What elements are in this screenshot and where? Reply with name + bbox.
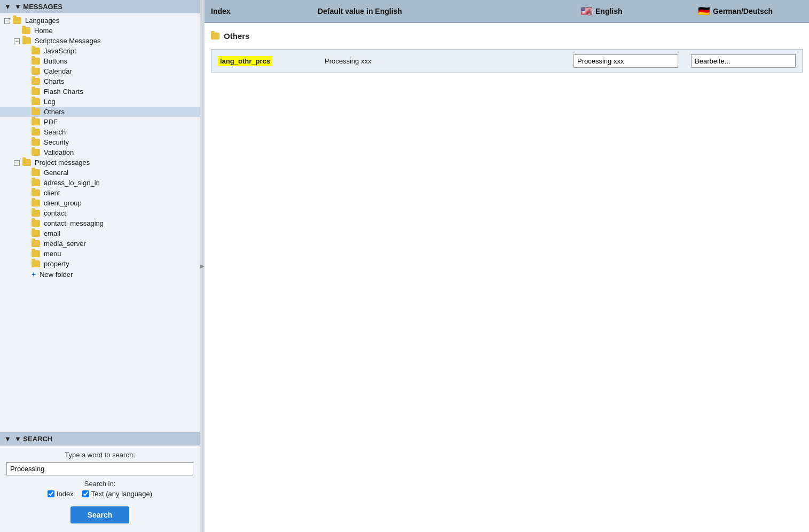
tree-item-others[interactable]: Others — [0, 107, 200, 117]
folder-icon-scriptcase-messages — [22, 37, 31, 44]
checkbox-text-label[interactable]: Text (any language) — [82, 490, 152, 498]
tree-item-charts[interactable]: Charts — [0, 76, 200, 86]
table-header: Index Default value in English 🇺🇸 Englis… — [205, 0, 809, 23]
folder-icon-project-messages — [22, 159, 31, 166]
tree-label-calendar: Calendar — [44, 67, 72, 75]
folder-icon-contact_messaging — [32, 220, 40, 227]
tree-label-general: General — [44, 169, 68, 177]
left-panel: ▼ ▼ MESSAGES −LanguagesHome−Scriptcase M… — [0, 0, 200, 532]
tree-item-search[interactable]: Search — [0, 127, 200, 137]
folder-icon-client_group — [32, 200, 40, 207]
tree-label-email: email — [44, 229, 60, 237]
search-input[interactable] — [6, 462, 193, 475]
messages-triangle: ▼ — [4, 3, 11, 11]
tree-label-pdf: PDF — [44, 118, 58, 126]
folder-icon-calendar — [32, 68, 40, 75]
checkbox-text[interactable] — [82, 490, 89, 497]
tree-item-client_group[interactable]: client_group — [0, 198, 200, 208]
folder-icon-contact — [32, 210, 40, 217]
tree-item-security[interactable]: Security — [0, 137, 200, 147]
tree-item-project-messages[interactable]: −Project messages — [0, 157, 200, 168]
tree-label-buttons: Buttons — [44, 57, 67, 65]
tree-item-buttons[interactable]: Buttons — [0, 56, 200, 66]
english-input[interactable] — [574, 54, 678, 68]
others-title: Others — [224, 31, 249, 41]
folder-icon-validation — [32, 149, 40, 156]
tree-item-validation[interactable]: Validation — [0, 147, 200, 157]
search-in-label: Search in: — [6, 480, 193, 488]
folder-icon-media_server — [32, 240, 40, 247]
folder-icon-buttons — [32, 58, 40, 65]
search-form: Type a word to search: Search in: Index … — [0, 446, 200, 532]
tree-item-contact[interactable]: contact — [0, 208, 200, 218]
tree-item-scriptcase-messages[interactable]: −Scriptcase Messages — [0, 36, 200, 46]
tree-item-languages[interactable]: −Languages — [0, 15, 200, 26]
tree-item-menu[interactable]: menu — [0, 249, 200, 259]
folder-icon-menu — [32, 250, 40, 257]
tree-item-client[interactable]: client — [0, 188, 200, 198]
panel-splitter[interactable] — [200, 0, 205, 532]
tree-item-contact_messaging[interactable]: contact_messaging — [0, 218, 200, 228]
folder-icon-search — [32, 129, 40, 136]
tree-item-calendar[interactable]: Calendar — [0, 66, 200, 76]
tree-label-validation: Validation — [44, 148, 74, 156]
tree-item-general[interactable]: General — [0, 168, 200, 178]
flag-de: 🇩🇪 — [698, 5, 710, 17]
tree-label-security: Security — [44, 138, 69, 146]
folder-icon-languages — [13, 17, 21, 24]
tree-item-property[interactable]: property — [0, 259, 200, 269]
table-row: lang_othr_prcs Processing xxx — [211, 49, 803, 73]
tree-item-log[interactable]: Log — [0, 97, 200, 107]
tree-label-scriptcase-messages: Scriptcase Messages — [35, 37, 101, 45]
cell-index: lang_othr_prcs — [211, 53, 318, 69]
german-input[interactable] — [691, 54, 796, 68]
tree-item-pdf[interactable]: PDF — [0, 117, 200, 127]
messages-section-header[interactable]: ▼ ▼ MESSAGES — [0, 0, 200, 13]
messages-label: ▼ MESSAGES — [14, 3, 62, 11]
folder-icon-charts — [32, 78, 40, 85]
folder-icon-security — [32, 139, 40, 146]
toggle-project-messages[interactable]: − — [14, 160, 21, 166]
tree-item-new-folder[interactable]: +New folder — [0, 269, 200, 280]
col-german: 🇩🇪 German/Deutsch — [692, 0, 809, 22]
folder-icon-email — [32, 230, 40, 237]
folder-icon-javascript — [32, 47, 40, 54]
folder-icon-others — [32, 108, 40, 115]
search-section-header[interactable]: ▼ ▼ SEARCH — [0, 432, 200, 446]
tree-label-project-messages: Project messages — [35, 158, 90, 166]
tree-item-adress_io_sign_in[interactable]: adress_io_sign_in — [0, 178, 200, 188]
content-area: Others lang_othr_prcs Processing xxx — [205, 23, 809, 532]
tree-item-media_server[interactable]: media_server — [0, 239, 200, 249]
tree-label-menu: menu — [44, 250, 61, 258]
tree-label-javascript: JavaScript — [44, 47, 76, 55]
search-button[interactable]: Search — [70, 506, 130, 523]
cell-english[interactable] — [567, 50, 685, 72]
tree-item-email[interactable]: email — [0, 228, 200, 239]
others-heading: Others — [211, 31, 803, 41]
index-key: lang_othr_prcs — [218, 56, 272, 66]
plus-icon: + — [32, 270, 36, 279]
tree-label-new-folder: New folder — [40, 271, 73, 279]
tree-label-client_group: client_group — [44, 199, 82, 207]
toggle-languages[interactable]: − — [4, 18, 11, 24]
toggle-scriptcase-messages[interactable]: − — [14, 38, 21, 44]
tree-item-javascript[interactable]: JavaScript — [0, 46, 200, 56]
col-english: 🇺🇸 English — [574, 0, 692, 22]
folder-icon-general — [32, 169, 40, 176]
folder-icon-property — [32, 260, 40, 267]
search-type-label: Type a word to search: — [6, 451, 193, 459]
tree-label-flash-charts: Flash Charts — [44, 88, 83, 96]
tree-label-client: client — [44, 189, 60, 197]
tree-label-media_server: media_server — [44, 240, 86, 248]
tree-label-others: Others — [44, 108, 65, 116]
tree-container: −LanguagesHome−Scriptcase MessagesJavaSc… — [0, 13, 200, 432]
col-default: Default value in English — [311, 0, 574, 22]
tree-item-flash-charts[interactable]: Flash Charts — [0, 86, 200, 97]
checkbox-index[interactable] — [48, 490, 54, 497]
tree-item-home[interactable]: Home — [0, 26, 200, 36]
search-btn-wrap: Search — [6, 506, 193, 523]
cell-german[interactable] — [685, 50, 802, 72]
checkbox-index-label[interactable]: Index — [48, 490, 74, 498]
folder-icon-home — [22, 27, 30, 34]
tree-label-log: Log — [44, 98, 56, 106]
